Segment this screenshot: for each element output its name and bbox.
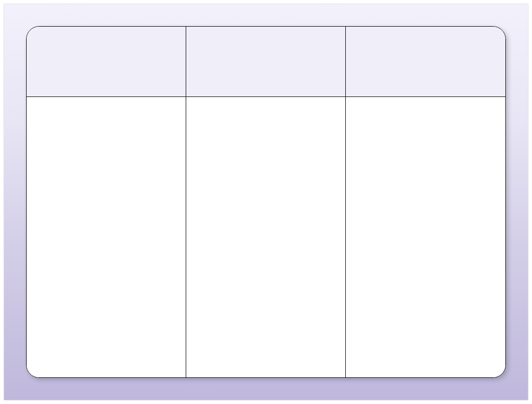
table-grid [27, 27, 505, 377]
table-header-cell-3[interactable] [346, 27, 505, 97]
table-header-cell-1[interactable] [27, 27, 186, 97]
table-header-cell-2[interactable] [186, 27, 346, 97]
table-body-cell-3[interactable] [346, 97, 505, 377]
table-body-cell-2[interactable] [186, 97, 346, 377]
slide-background [4, 4, 528, 400]
table-container [26, 26, 506, 378]
table-body-cell-1[interactable] [27, 97, 186, 377]
